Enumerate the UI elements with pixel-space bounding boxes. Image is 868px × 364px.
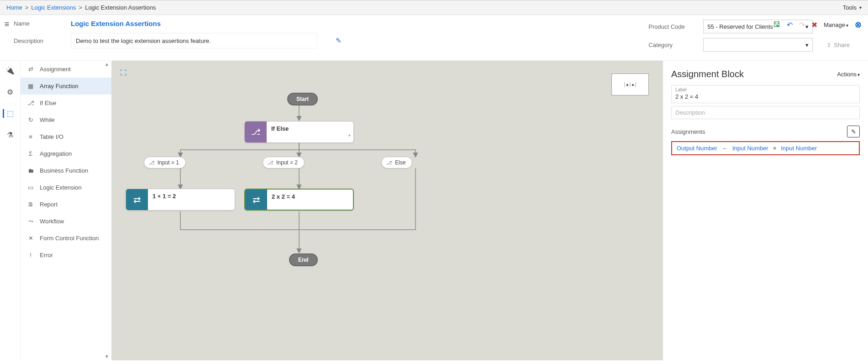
bang-icon: ! xyxy=(27,252,34,258)
assignment-expression[interactable]: Output Number ← Input Number × Input Num… xyxy=(671,141,860,155)
close-icon[interactable]: ⊗ xyxy=(855,20,862,30)
header-form: ≡ Name Logic Extension Assertions Descri… xyxy=(0,15,868,60)
branch-icon: ⎇ xyxy=(27,100,34,106)
palette-label: Logic Extension xyxy=(40,184,82,191)
description-field[interactable]: Description xyxy=(671,106,860,119)
palette-item-business-function[interactable]: 🖿Business Function xyxy=(21,162,111,179)
edit-assignments-button[interactable]: ✎ xyxy=(847,126,860,137)
assignment-node-icon: ⇄ xyxy=(245,190,267,210)
breadcrumb-sep: > xyxy=(79,4,83,11)
branch-label-text: Else xyxy=(395,159,405,166)
save-icon[interactable]: 🖫 xyxy=(773,21,780,29)
scroll-up-icon[interactable]: ▲ xyxy=(104,62,110,67)
rail-flask-icon[interactable]: ⚗ xyxy=(7,131,13,139)
start-node[interactable]: Start xyxy=(287,93,318,106)
branch-else[interactable]: ⎇Else xyxy=(381,157,412,169)
ifelse-node-icon: ⎇ xyxy=(245,121,267,142)
sigma-icon: Σ xyxy=(27,150,34,157)
branch-label-text: Input = 2 xyxy=(276,159,298,166)
description-input[interactable] xyxy=(71,33,317,48)
assignment-node-1[interactable]: ⇄ 1 + 1 = 2 xyxy=(126,189,235,211)
end-node[interactable]: End xyxy=(289,253,318,266)
rect-icon: ▭ xyxy=(27,184,34,191)
tools-menu[interactable]: Tools xyxy=(843,4,862,11)
actions-menu[interactable]: Actions xyxy=(837,71,860,78)
palette-item-form-control[interactable]: ✕Form Control Function xyxy=(21,230,111,247)
inspector-title: Assignment Block xyxy=(671,69,744,79)
branch-icon: ⎇ xyxy=(268,160,274,166)
palette-item-table-io[interactable]: ≡Table I/O xyxy=(21,128,111,145)
expand-icon[interactable]: ⛶ xyxy=(120,69,126,76)
collapse-icon[interactable]: ˄ xyxy=(348,134,351,141)
rail-plug-icon[interactable]: 🔌 xyxy=(5,66,15,75)
palette-label: Error xyxy=(40,252,53,258)
branch-icon: ⎇ xyxy=(386,160,392,166)
workflow-icon: ⤳ xyxy=(27,218,34,225)
palette-item-array-function[interactable]: ▦Array Function xyxy=(21,78,111,95)
breadcrumb-current: Logic Extension Assertions xyxy=(85,4,156,11)
label-field[interactable]: Label 2 x 2 = 4 xyxy=(671,85,860,103)
category-select[interactable]: ▾ xyxy=(703,38,813,52)
toolbar-icons: 🖫 ↶ ↷ ✖ Manage ⊗ xyxy=(773,20,862,30)
palette-label: Assignment xyxy=(40,66,71,73)
report-icon: 🗎 xyxy=(27,201,34,208)
delete-icon[interactable]: ✖ xyxy=(811,21,817,29)
share-button[interactable]: ⇪ Share xyxy=(826,42,850,48)
manage-menu[interactable]: Manage xyxy=(824,21,848,28)
assignment-input-2[interactable]: Input Number xyxy=(781,145,817,152)
breadcrumb-home[interactable]: Home xyxy=(6,4,22,11)
assignments-heading: Assignments xyxy=(671,128,705,135)
scroll-down-icon[interactable]: ▼ xyxy=(104,354,110,359)
palette-item-if-else[interactable]: ⎇If Else xyxy=(21,95,111,111)
branch-input-1[interactable]: ⎇Input = 1 xyxy=(144,157,186,169)
assignment-node-icon: ⇄ xyxy=(126,189,148,210)
palette-label: If Else xyxy=(40,100,56,106)
assignment-op: × xyxy=(773,145,777,152)
assignment-input-1[interactable]: Input Number xyxy=(732,145,768,152)
breadcrumb: Home > Logic Extensions > Logic Extensio… xyxy=(6,4,156,11)
palette-label: Array Function xyxy=(40,83,79,90)
product-code-label: Product Code xyxy=(648,23,694,30)
ifelse-node[interactable]: ⎇ If Else˄ xyxy=(244,121,354,143)
start-label: Start xyxy=(287,93,318,106)
table-icon: ≡ xyxy=(27,133,34,140)
assignment-node-label: 1 + 1 = 2 xyxy=(148,189,235,210)
breadcrumb-logic-extensions[interactable]: Logic Extensions xyxy=(31,4,76,11)
loop-icon: ↻ xyxy=(27,116,34,123)
palette-item-while[interactable]: ↻While xyxy=(21,111,111,128)
palette-item-workflow[interactable]: ⤳Workflow xyxy=(21,213,111,230)
palette-label: Form Control Function xyxy=(40,235,99,242)
branch-icon: ⎇ xyxy=(149,160,155,166)
minimap[interactable]: ┊●┊●┊ xyxy=(611,74,649,95)
rail-flow-icon[interactable]: ⬚ xyxy=(3,109,14,118)
breadcrumb-sep: > xyxy=(25,4,29,11)
palette-item-report[interactable]: 🗎Report xyxy=(21,196,111,213)
end-label: End xyxy=(289,253,318,266)
name-value[interactable]: Logic Extension Assertions xyxy=(71,20,161,27)
branch-input-2[interactable]: ⎇Input = 2 xyxy=(263,157,305,169)
share-label: Share xyxy=(834,42,850,48)
assignment-node-2[interactable]: ⇄ 2 x 2 = 4 xyxy=(244,189,354,211)
edit-description-icon[interactable]: ✎ xyxy=(336,37,342,45)
flow-edges xyxy=(112,61,663,360)
hamburger-icon[interactable]: ≡ xyxy=(0,20,14,29)
palette-item-error[interactable]: !Error xyxy=(21,247,111,264)
description-label: Description xyxy=(14,37,57,44)
description-placeholder: Description xyxy=(675,108,856,117)
redo-icon[interactable]: ↷ xyxy=(799,21,805,29)
assignment-output[interactable]: Output Number xyxy=(677,145,717,152)
rail-gears-icon[interactable]: ⚙ xyxy=(7,88,13,96)
undo-icon[interactable]: ↶ xyxy=(787,21,793,29)
flow-canvas[interactable]: ⛶ ┊●┊●┊ Start ⎇ If Else˄ ⎇Input = 1 ⎇Inp… xyxy=(112,61,663,360)
chevron-down-icon: ▾ xyxy=(805,42,809,48)
main-layout: 🔌 ⚙ ⬚ ⚗ ▲ ⇄Assignment ▦Array Function ⎇I… xyxy=(0,60,868,360)
assignment-icon: ⇄ xyxy=(27,66,34,73)
palette-item-assignment[interactable]: ⇄Assignment xyxy=(21,61,111,78)
palette-item-logic-extension[interactable]: ▭Logic Extension xyxy=(21,179,111,196)
assignment-node-label: 2 x 2 = 4 xyxy=(267,190,353,210)
palette-item-aggregation[interactable]: ΣAggregation xyxy=(21,145,111,162)
branch-label-text: Input = 1 xyxy=(158,159,179,166)
palette-label: Aggregation xyxy=(40,150,72,157)
label-field-label: Label xyxy=(675,87,856,92)
tools-icon: ✕ xyxy=(27,235,34,242)
